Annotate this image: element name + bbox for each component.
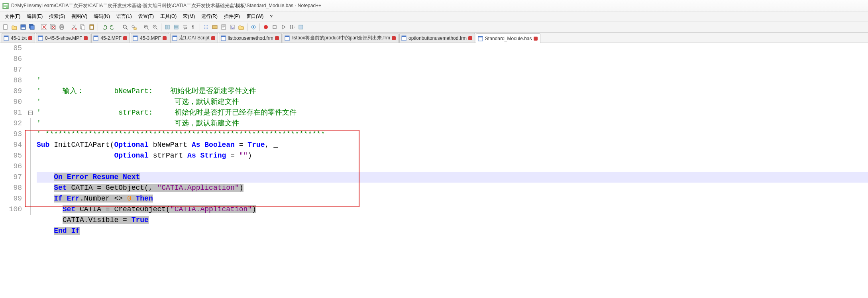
play-multi-icon[interactable] bbox=[288, 23, 296, 31]
fold-marker[interactable] bbox=[27, 161, 34, 172]
code-line[interactable]: Sub InitCATIAPart(Optional bNewPart As B… bbox=[37, 140, 868, 150]
monitor-icon[interactable] bbox=[249, 23, 257, 31]
undo-icon[interactable] bbox=[100, 23, 108, 31]
fold-marker[interactable] bbox=[27, 150, 34, 161]
find-icon[interactable] bbox=[121, 23, 129, 31]
fold-marker[interactable] bbox=[27, 75, 34, 86]
menu-item[interactable]: 文件(F) bbox=[2, 12, 24, 21]
save-all-icon[interactable] bbox=[28, 23, 36, 31]
dirty-indicator bbox=[275, 36, 279, 40]
zoom-out-icon[interactable] bbox=[151, 23, 159, 31]
code-line[interactable]: Optional strPart As String = "") bbox=[37, 150, 868, 161]
tab[interactable]: 45-2.MPF bbox=[91, 33, 130, 43]
close-all-icon[interactable] bbox=[49, 23, 57, 31]
tab[interactable]: 宏1.CATScript bbox=[170, 33, 218, 43]
code-line[interactable] bbox=[37, 236, 868, 247]
tab[interactable]: optionbuttonusemethod.frm bbox=[399, 33, 475, 43]
save-macro-icon[interactable] bbox=[297, 23, 305, 31]
code-line[interactable]: ' **************************************… bbox=[37, 129, 868, 140]
tab[interactable]: 0-45-5-shoe.MPF bbox=[36, 33, 90, 43]
file-icon bbox=[93, 35, 99, 41]
line-number: 86 bbox=[0, 54, 24, 64]
doc-map-icon[interactable] bbox=[220, 23, 228, 31]
menu-item[interactable]: 语言(L) bbox=[113, 12, 135, 21]
tab[interactable]: Standard_Module.bas bbox=[476, 33, 540, 43]
save-icon[interactable] bbox=[19, 23, 27, 31]
tab[interactable]: listboxusemethod.frm bbox=[219, 33, 282, 43]
fold-marker[interactable] bbox=[27, 54, 34, 64]
new-file-icon[interactable] bbox=[2, 23, 10, 31]
code-view[interactable]: '' 输入： bNewPart: 初始化时是否新建零件文件' 可选，默认新建文件… bbox=[34, 43, 868, 298]
redo-icon[interactable] bbox=[109, 23, 117, 31]
svg-point-22 bbox=[132, 25, 134, 27]
show-all-chars-icon[interactable]: ¶ bbox=[190, 23, 198, 31]
open-file-icon[interactable] bbox=[10, 23, 18, 31]
menu-item[interactable]: 插件(P) bbox=[221, 12, 243, 21]
menu-item[interactable]: 工具(O) bbox=[157, 12, 180, 21]
cut-icon[interactable] bbox=[70, 23, 78, 31]
wrap-icon[interactable] bbox=[181, 23, 189, 31]
fold-marker[interactable] bbox=[27, 204, 34, 215]
code-line[interactable]: Set CATIA = CreateObject("CATIA.Applicat… bbox=[37, 204, 868, 215]
fold-marker[interactable] bbox=[27, 172, 34, 183]
dirty-indicator bbox=[468, 36, 472, 40]
replace-icon[interactable] bbox=[130, 23, 138, 31]
fold-marker[interactable] bbox=[27, 118, 34, 129]
code-line[interactable]: ' strPart: 初始化时是否打开已经存在的零件文件 bbox=[37, 107, 868, 118]
fold-marker[interactable] bbox=[27, 64, 34, 75]
code-line[interactable]: ' 输入： bNewPart: 初始化时是否新建零件文件 bbox=[37, 86, 868, 97]
fold-marker[interactable] bbox=[27, 43, 34, 54]
stop-macro-icon[interactable] bbox=[271, 23, 279, 31]
line-number: 88 bbox=[0, 75, 24, 86]
menu-item[interactable]: 视图(V) bbox=[68, 12, 90, 21]
file-icon bbox=[478, 36, 483, 41]
code-line[interactable]: ' 可选，默认新建文件 bbox=[37, 118, 868, 129]
tab[interactable]: 45-1.txt bbox=[2, 33, 35, 43]
menu-item[interactable]: 设置(T) bbox=[135, 12, 157, 21]
lang-icon[interactable] bbox=[211, 23, 219, 31]
fold-marker[interactable] bbox=[27, 129, 34, 140]
menu-item[interactable]: 编码(N) bbox=[90, 12, 113, 21]
play-macro-icon[interactable] bbox=[279, 23, 287, 31]
zoom-in-icon[interactable] bbox=[142, 23, 150, 31]
fold-marker[interactable] bbox=[27, 183, 34, 193]
menu-item[interactable]: 窗口(W) bbox=[243, 12, 267, 21]
svg-rect-48 bbox=[94, 36, 98, 37]
code-line[interactable]: CATIA.Visible = True bbox=[37, 215, 868, 226]
tab-label: 45-2.MPF bbox=[100, 35, 122, 41]
menu-item[interactable]: 编辑(E) bbox=[24, 12, 46, 21]
menu-item[interactable]: 搜索(S) bbox=[46, 12, 68, 21]
line-number: 92 bbox=[0, 118, 24, 129]
file-icon bbox=[401, 35, 407, 41]
line-number: 91 bbox=[0, 107, 24, 118]
code-line[interactable]: ' bbox=[37, 75, 868, 86]
tab[interactable]: 45-3.MPF bbox=[131, 33, 169, 43]
code-line[interactable]: On Error Resume Next bbox=[37, 172, 868, 183]
tab[interactable]: listbox将当前的product中的part全部列出来.frm bbox=[283, 33, 399, 43]
fold-marker[interactable] bbox=[27, 97, 34, 107]
fold-marker[interactable] bbox=[27, 193, 34, 204]
code-line[interactable] bbox=[37, 161, 868, 172]
code-line[interactable]: ' 可选，默认新建文件 bbox=[37, 97, 868, 107]
menu-item[interactable]: 运行(R) bbox=[198, 12, 221, 21]
code-line[interactable]: If Err.Number <> 0 Then bbox=[37, 193, 868, 204]
fold-marker[interactable] bbox=[27, 140, 34, 150]
close-icon[interactable] bbox=[40, 23, 48, 31]
paste-icon[interactable] bbox=[88, 23, 96, 31]
sync-h-icon[interactable] bbox=[172, 23, 180, 31]
svg-rect-23 bbox=[134, 28, 136, 29]
fold-marker[interactable] bbox=[27, 86, 34, 97]
copy-icon[interactable] bbox=[79, 23, 87, 31]
code-line[interactable]: End If bbox=[37, 226, 868, 236]
code-line[interactable]: Set CATIA = GetObject(, "CATIA.Applicati… bbox=[37, 183, 868, 193]
app-icon bbox=[2, 3, 9, 9]
print-icon[interactable] bbox=[58, 23, 66, 31]
record-macro-icon[interactable] bbox=[262, 23, 270, 31]
menu-item[interactable]: 宏(M) bbox=[180, 12, 198, 21]
func-list-icon[interactable]: fx bbox=[228, 23, 236, 31]
indent-guide-icon[interactable] bbox=[202, 23, 210, 31]
sync-v-icon[interactable] bbox=[163, 23, 171, 31]
folder-view-icon[interactable] bbox=[237, 23, 245, 31]
menu-item[interactable]: ? bbox=[267, 13, 276, 20]
fold-marker[interactable] bbox=[27, 107, 34, 118]
